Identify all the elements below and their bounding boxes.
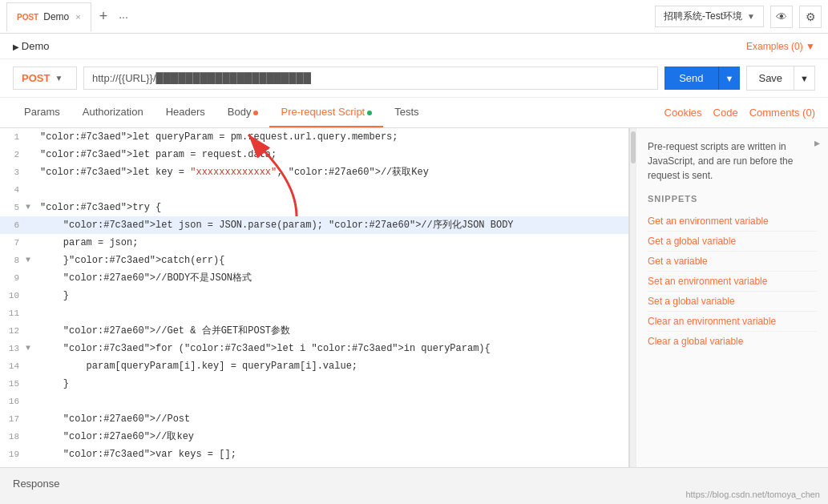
line-code: "color:#7c3aed">try { [37, 200, 161, 216]
pre-request-dot [367, 111, 372, 115]
editor-scrollbar[interactable] [629, 128, 636, 467]
method-arrow: ▼ [55, 74, 63, 83]
snippet-link[interactable]: Clear an environment variable [648, 312, 817, 332]
code-line: 1"color:#7c3aed">let queryParam = pm.req… [0, 128, 628, 146]
line-number: 10 [0, 288, 26, 304]
line-code: "color:#7c3aed">let queryParam = pm.requ… [37, 129, 398, 145]
line-number: 4 [0, 182, 26, 198]
body-dot [253, 111, 258, 115]
tabs-bar: Params Authorization Headers Body Pre-re… [0, 98, 828, 128]
snippet-link[interactable]: Get an environment variable [648, 212, 817, 232]
line-number: 15 [0, 376, 26, 392]
line-toggle[interactable]: ▼ [26, 464, 37, 467]
code-line: 8▼ }"color:#7c3aed">catch(err){ [0, 252, 628, 269]
snippet-link[interactable]: Get a variable [648, 252, 817, 272]
line-number: 5 [0, 200, 26, 216]
method-select[interactable]: POST ▼ [13, 67, 77, 90]
save-btn-group: Save ▼ [746, 66, 815, 91]
line-code: "color:#7c3aed">for ("color:#7c3aed">let… [37, 464, 462, 467]
line-code: "color:#27ae60">//BODY不是JSON格式 [37, 270, 252, 286]
eye-icon: 👁 [776, 10, 787, 23]
code-line: 3"color:#7c3aed">let key = "xxxxxxxxxxxx… [0, 163, 628, 181]
tab-params[interactable]: Params [13, 98, 71, 127]
line-code: "color:#7c3aed">for ("color:#7c3aed">let… [37, 341, 491, 357]
cookies-link[interactable]: Cookies [664, 107, 702, 119]
request-name-bar: Demo Examples (0) ▼ [0, 34, 828, 59]
snippets-title: SNIPPETS [648, 194, 817, 204]
line-code: } [37, 376, 69, 392]
tab-tests[interactable]: Tests [383, 98, 430, 127]
top-bar: POST Demo × + ··· 招聘系统-Test环境 ▼ 👁 ⚙ [0, 0, 828, 34]
code-editor[interactable]: 1"color:#7c3aed">let queryParam = pm.req… [0, 128, 629, 467]
code-line: 20▼ "color:#7c3aed">for ("color:#7c3aed"… [0, 463, 628, 467]
line-code: param = json; [37, 235, 138, 251]
method-value: POST [22, 72, 50, 84]
snippet-link[interactable]: Clear a global variable [648, 332, 817, 351]
expand-right-panel-btn[interactable]: ▸ [814, 136, 820, 149]
eye-icon-button[interactable]: 👁 [770, 6, 793, 28]
tab-authorization[interactable]: Authorization [71, 98, 155, 127]
line-code: } [37, 288, 69, 304]
tab-close-btn[interactable]: × [75, 12, 80, 22]
request-name: Demo [13, 40, 49, 52]
line-number: 18 [0, 429, 26, 445]
code-line: 6 "color:#7c3aed">let json = JSON.parse(… [0, 216, 628, 234]
gear-icon: ⚙ [806, 10, 816, 23]
tabs-right: Cookies Code Comments (0) [664, 107, 815, 119]
tab-pre-request-script[interactable]: Pre-request Script [269, 98, 383, 127]
code-line: 19 "color:#7c3aed">var keys = []; [0, 446, 628, 463]
new-tab-button[interactable]: + [93, 8, 115, 25]
code-line: 16 [0, 393, 628, 410]
code-line: 14 param[queryParam[i].key] = queryParam… [0, 357, 628, 375]
url-input[interactable] [83, 67, 658, 90]
line-toggle[interactable]: ▼ [26, 252, 37, 268]
line-code: "color:#7c3aed">let param = request.data… [37, 147, 277, 163]
right-panel: Pre-request scripts are written in JavaS… [636, 128, 828, 467]
tab-method-badge: POST [17, 13, 38, 22]
code-line: 7 param = json; [0, 234, 628, 252]
line-code: "color:#27ae60">//取key [37, 429, 194, 445]
gear-icon-button[interactable]: ⚙ [799, 6, 822, 28]
examples-link[interactable]: Examples (0) ▼ [746, 41, 815, 52]
line-code: "color:#7c3aed">var keys = []; [37, 446, 236, 462]
code-line: 11 [0, 304, 628, 322]
comments-link[interactable]: Comments (0) [749, 107, 815, 119]
code-line: 17 "color:#27ae60">//Post [0, 410, 628, 428]
env-dropdown[interactable]: 招聘系统-Test环境 ▼ [655, 6, 764, 27]
response-label: Response [13, 478, 60, 490]
request-tab[interactable]: POST Demo × [6, 2, 91, 31]
env-selector: 招聘系统-Test环境 ▼ 👁 ⚙ [655, 6, 822, 28]
snippet-link[interactable]: Set an environment variable [648, 272, 817, 292]
more-tabs-button[interactable]: ··· [114, 10, 133, 23]
send-button[interactable]: Send [664, 67, 717, 90]
code-line: 15 } [0, 375, 628, 393]
code-line: 10 } [0, 287, 628, 304]
env-name: 招聘系统-Test环境 [664, 10, 742, 23]
line-number: 12 [0, 323, 26, 339]
save-dropdown-button[interactable]: ▼ [794, 66, 815, 91]
tabs-left: Params Authorization Headers Body Pre-re… [13, 98, 430, 127]
send-btn-group: Send ▼ [664, 67, 740, 90]
tab-headers[interactable]: Headers [155, 98, 216, 127]
save-button[interactable]: Save [746, 66, 794, 91]
line-number: 8 [0, 252, 26, 268]
snippets-container: Get an environment variableGet a global … [648, 212, 817, 351]
code-link[interactable]: Code [713, 107, 738, 119]
line-number: 14 [0, 358, 26, 374]
code-line: 2"color:#7c3aed">let param = request.dat… [0, 146, 628, 163]
url-bar: POST ▼ Send ▼ Save ▼ [0, 59, 828, 98]
line-toggle[interactable]: ▼ [26, 341, 37, 357]
tab-body[interactable]: Body [216, 98, 270, 127]
line-code: "color:#7c3aed">let key = "xxxxxxxxxxxxx… [37, 164, 429, 180]
send-dropdown-button[interactable]: ▼ [718, 67, 741, 90]
line-number: 16 [0, 393, 26, 409]
snippet-link[interactable]: Set a global variable [648, 292, 817, 312]
line-toggle[interactable]: ▼ [26, 200, 37, 216]
code-line: 9 "color:#27ae60">//BODY不是JSON格式 [0, 269, 628, 287]
line-number: 2 [0, 147, 26, 163]
code-line: 13▼ "color:#7c3aed">for ("color:#7c3aed"… [0, 340, 628, 357]
snippet-link[interactable]: Get a global variable [648, 232, 817, 252]
code-line: 12 "color:#27ae60">//Get & 合并GET和POST参数 [0, 322, 628, 340]
code-line: 18 "color:#27ae60">//取key [0, 428, 628, 446]
line-code: "color:#27ae60">//Get & 合并GET和POST参数 [37, 323, 290, 339]
